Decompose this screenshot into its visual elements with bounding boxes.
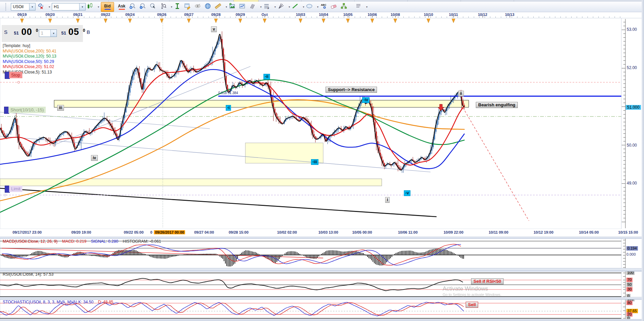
axis-tick (295, 17, 295, 18)
bid-button[interactable]: Bid (101, 2, 114, 12)
support-resistance-callout[interactable]: Support--> Resistance (326, 87, 377, 93)
wave-label-v[interactable]: v (211, 26, 217, 32)
trendline-button[interactable] (292, 3, 301, 11)
symbol-value: USOil (11, 4, 29, 9)
chevron-down-icon[interactable]: ▼ (29, 3, 35, 10)
price-ibeam-button[interactable] (174, 3, 183, 11)
chevron-down-icon[interactable]: ▼ (302, 6, 305, 8)
axis-tick (582, 17, 582, 18)
axis-tick (176, 17, 176, 18)
svg-text:F: F (268, 7, 269, 9)
session-marker-icon[interactable] (371, 19, 374, 23)
limit-label[interactable]: Limit (9, 186, 22, 192)
ruler-button[interactable] (215, 3, 224, 11)
symbol-combo[interactable]: USOil ▼ (11, 3, 36, 10)
stop-label[interactable]: Stop (9, 72, 22, 78)
pitchfork-button[interactable] (277, 3, 287, 11)
zoom-out-button[interactable] (139, 3, 149, 11)
panel-splitter[interactable] (0, 297, 644, 300)
session-marker-icon[interactable] (322, 19, 325, 23)
wave-label--ii[interactable]: -ii (264, 74, 270, 80)
session-marker-icon[interactable] (239, 19, 242, 23)
session-marker-icon[interactable] (76, 19, 80, 23)
axis-tick (577, 17, 577, 18)
session-marker-icon[interactable] (104, 19, 107, 23)
wave-label--iii[interactable]: -iii (311, 159, 318, 165)
panel-splitter[interactable] (0, 268, 644, 272)
axis-tick (252, 17, 252, 18)
window-chart-button[interactable] (239, 3, 248, 11)
chevron-down-icon[interactable]: ▼ (365, 6, 368, 8)
axis-tick (162, 16, 162, 18)
wave-label-iv[interactable]: iv (91, 155, 98, 161)
stoch-sell-callout[interactable]: Sell (466, 302, 478, 308)
eye-button[interactable] (194, 3, 203, 11)
axis-tick (372, 16, 373, 18)
chevron-down-icon[interactable]: ▼ (274, 6, 276, 8)
structure-button[interactable] (340, 3, 350, 11)
session-marker-icon[interactable] (299, 19, 302, 23)
wave-label-iii[interactable]: iii (57, 105, 64, 111)
session-marker-icon[interactable] (20, 19, 24, 23)
top-date-axis[interactable]: 09/1909/2009/2109/2209/2409/2609/2709/28… (0, 12, 644, 18)
session-marker-icon[interactable] (346, 19, 350, 23)
axis-tick (19, 17, 19, 18)
wave-label--iv[interactable]: -iv (362, 97, 370, 103)
zoom-cursor-button[interactable] (150, 3, 159, 11)
chevron-down-icon[interactable]: ▼ (79, 3, 85, 10)
short-position-label[interactable]: Short(10/10, -15) (8, 107, 46, 113)
wave-label-i[interactable]: i (385, 197, 390, 203)
session-marker-icon[interactable] (394, 19, 397, 23)
bottom-axis-label: 10/03 13:00 (318, 230, 338, 234)
waves-button[interactable] (249, 3, 258, 11)
chevron-down-icon[interactable]: ▼ (97, 6, 100, 8)
timeframe-combo[interactable]: H1▼ (52, 3, 86, 10)
chevron-down-icon[interactable]: ▼ (50, 30, 57, 37)
text-abc-button[interactable]: ABC (320, 3, 329, 11)
chevron-down-icon[interactable]: ▼ (225, 6, 228, 8)
session-marker-icon[interactable] (452, 19, 455, 23)
unlink-button[interactable] (38, 3, 47, 11)
fib-levels-button[interactable]: F (263, 3, 272, 11)
session-marker-icon[interactable] (160, 19, 163, 23)
window-edit-button[interactable] (184, 3, 193, 11)
rsi-sell-callout[interactable]: Sell if RSI<50 (471, 278, 504, 284)
axis-tick (430, 17, 431, 18)
chevron-down-icon[interactable]: ▼ (48, 6, 51, 8)
session-marker-icon[interactable] (427, 19, 430, 23)
image-add-button[interactable] (229, 3, 238, 11)
chevron-down-icon[interactable]: ▼ (170, 6, 173, 8)
bottom-date-axis[interactable]: 09/17/2017 23:0009/20 19:0009/22 05:0000… (0, 229, 644, 237)
chevron-down-icon[interactable]: ▼ (260, 6, 262, 8)
chevron-down-icon[interactable]: ▼ (288, 6, 291, 8)
session-marker-icon[interactable] (128, 19, 132, 23)
wave-label-ii[interactable]: ii (458, 91, 464, 97)
axis-tick (420, 17, 420, 18)
template-label: [Template: huy] (3, 43, 57, 49)
wave-label--i[interactable]: -i (226, 105, 231, 111)
toolbar-grip[interactable] (5, 3, 8, 10)
globe-button[interactable] (204, 3, 214, 11)
chevron-down-icon[interactable]: ▼ (316, 6, 319, 8)
wave-label--v[interactable]: -v (404, 190, 410, 196)
buy-price-big[interactable]: 05 (68, 27, 79, 37)
ellipse-button[interactable] (306, 3, 315, 11)
axis-tick (68, 17, 68, 18)
bottom-axis-label: 09/22 05:00 (124, 230, 144, 234)
measure-button[interactable] (160, 3, 169, 11)
session-marker-icon[interactable] (48, 19, 52, 23)
fib-level-label[interactable]: 0.618 51.384 (218, 91, 238, 95)
axis-tick (452, 17, 452, 18)
amount-combo[interactable]: 1 ▼ (39, 29, 57, 37)
sell-price-big[interactable]: 00 (21, 27, 32, 37)
chart-type-button[interactable] (87, 3, 96, 11)
zoom-in-button[interactable] (129, 3, 138, 11)
session-marker-icon[interactable] (263, 19, 266, 23)
eraser-button[interactable] (330, 3, 339, 11)
session-marker-icon[interactable] (187, 19, 191, 23)
menu-button[interactable] (355, 3, 364, 11)
panel-splitter[interactable] (0, 237, 644, 239)
ask-button[interactable]: Ask (115, 2, 128, 12)
bearish-engulfing-callout[interactable]: Bearish engulfing (476, 102, 518, 108)
session-marker-icon[interactable] (214, 19, 218, 23)
